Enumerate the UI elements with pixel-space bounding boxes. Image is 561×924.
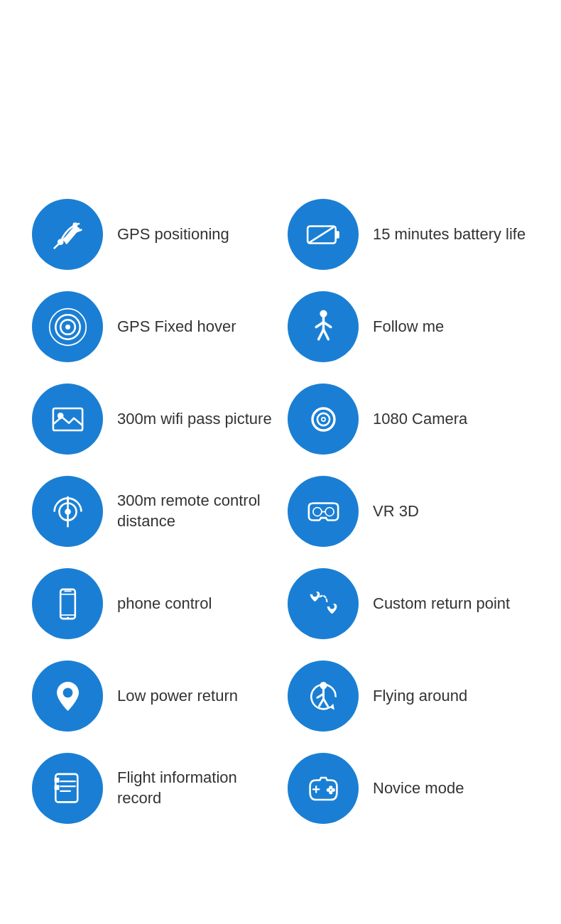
phone-control-icon-circle	[32, 568, 103, 639]
svg-point-31	[329, 604, 334, 609]
wifi-picture-label: 300m wifi pass picture	[117, 409, 272, 430]
svg-line-12	[323, 329, 328, 339]
svg-point-32	[62, 687, 72, 697]
svg-line-36	[319, 698, 323, 705]
flying-around-label: Flying around	[373, 686, 467, 707]
battery-life-label: 15 minutes battery life	[373, 224, 525, 245]
svg-line-11	[318, 329, 323, 339]
novice-mode-icon-circle	[288, 753, 359, 824]
gps-hover-icon-circle	[32, 291, 103, 362]
phone-control-label: phone control	[117, 594, 212, 614]
feature-flight-record: Flight information record	[32, 753, 273, 824]
vr3d-label: VR 3D	[373, 501, 419, 522]
svg-point-50	[331, 788, 334, 791]
custom-return-label: Custom return point	[373, 594, 510, 614]
image-icon	[48, 400, 87, 439]
svg-point-1	[72, 222, 77, 227]
svg-point-22	[312, 507, 321, 516]
svg-point-28	[66, 616, 68, 619]
walk-icon	[304, 308, 343, 347]
feature-custom-return: Custom return point	[288, 568, 529, 639]
feature-phone-control: phone control	[32, 568, 273, 639]
feature-gps-hover: GPS Fixed hover	[32, 291, 273, 362]
feature-follow-me: Follow me	[288, 291, 529, 362]
gps-positioning-label: GPS positioning	[117, 224, 229, 245]
low-power-return-label: Low power return	[117, 686, 238, 707]
feature-vr3d: VR 3D	[288, 476, 529, 547]
remote-icon	[48, 492, 87, 531]
low-power-return-icon-circle	[32, 661, 103, 732]
follow-me-icon-circle	[288, 291, 359, 362]
flying-around-icon-circle	[288, 661, 359, 732]
feature-remote-control: 300m remote control distance	[32, 476, 273, 547]
camera-icon	[304, 400, 343, 439]
flying-around-icon	[304, 677, 343, 716]
follow-me-label: Follow me	[373, 317, 444, 337]
hover-icon	[48, 308, 87, 347]
gamepad-icon	[304, 769, 343, 808]
gps-icon	[48, 215, 87, 254]
custom-return-icon	[304, 585, 343, 624]
wifi-picture-icon-circle	[32, 384, 103, 455]
feature-battery-life: 15 minutes battery life	[288, 199, 529, 270]
svg-rect-43	[54, 778, 59, 783]
novice-mode-label: Novice mode	[373, 778, 464, 799]
features-grid: GPS positioning 15 minutes battery life …	[18, 199, 543, 824]
svg-point-18	[322, 418, 324, 420]
svg-point-23	[325, 507, 334, 516]
feature-camera: 1080 Camera	[288, 384, 529, 455]
svg-point-6	[65, 325, 70, 330]
feature-low-power-return: Low power return	[32, 661, 273, 732]
svg-rect-44	[54, 785, 59, 790]
gps-positioning-icon-circle	[32, 199, 103, 270]
flight-record-icon-circle	[32, 753, 103, 824]
feature-novice-mode: Novice mode	[288, 753, 529, 824]
location-icon	[48, 677, 87, 716]
remote-control-icon-circle	[32, 476, 103, 547]
feature-flying-around: Flying around	[288, 661, 529, 732]
svg-rect-4	[335, 231, 339, 238]
custom-return-icon-circle	[288, 568, 359, 639]
battery-life-icon-circle	[288, 199, 359, 270]
flight-record-label: Flight information record	[117, 768, 273, 808]
svg-marker-38	[329, 703, 334, 710]
camera-label: 1080 Camera	[373, 409, 467, 430]
feature-wifi-picture: 300m wifi pass picture	[32, 384, 273, 455]
camera-icon-circle	[288, 384, 359, 455]
vr3d-icon-circle	[288, 476, 359, 547]
remote-control-label: 300m remote control distance	[117, 491, 273, 531]
vr-icon	[304, 492, 343, 531]
gps-hover-label: GPS Fixed hover	[117, 317, 236, 337]
svg-line-2	[54, 244, 58, 248]
svg-line-37	[323, 698, 327, 705]
svg-line-5	[310, 227, 333, 242]
record-icon	[48, 769, 87, 808]
phone-icon	[48, 585, 87, 624]
svg-point-49	[326, 788, 329, 791]
svg-rect-29	[64, 590, 71, 592]
battery-icon	[304, 215, 343, 254]
svg-point-30	[312, 592, 317, 597]
feature-gps-positioning: GPS positioning	[32, 199, 273, 270]
